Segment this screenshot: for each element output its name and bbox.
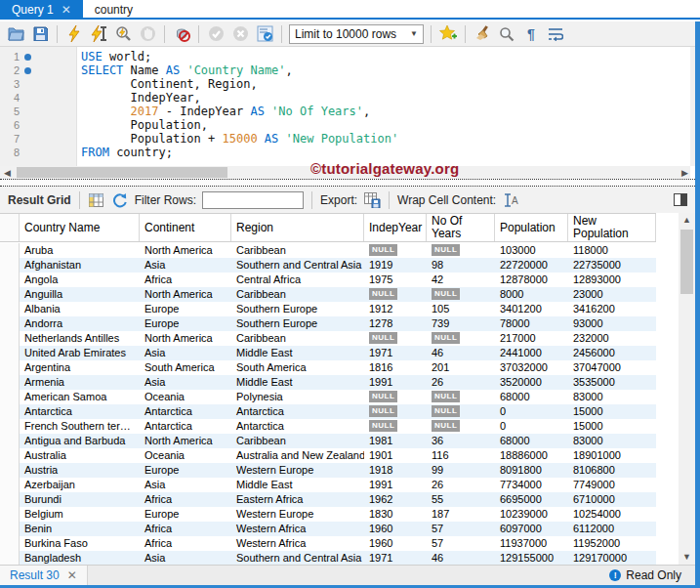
stop-icon[interactable] — [138, 24, 157, 44]
table-cell[interactable]: Europe — [140, 316, 231, 331]
table-cell[interactable]: 57 — [427, 522, 495, 536]
table-cell[interactable]: Netherlands Antilles — [20, 331, 140, 346]
table-cell[interactable]: 116 — [427, 448, 495, 463]
sql-editor[interactable]: 1USE world;2SELECT Name AS 'Country Name… — [0, 47, 690, 166]
table-cell[interactable]: 68000 — [495, 390, 568, 404]
table-cell[interactable]: 83000 — [568, 434, 656, 448]
table-cell[interactable]: 10239000 — [495, 507, 568, 522]
table-cell[interactable]: 2456000 — [568, 346, 656, 360]
tab-query-1[interactable]: Query 1✕ — [0, 0, 83, 20]
row-selector-cell[interactable] — [0, 375, 20, 390]
table-cell[interactable]: 1981 — [364, 434, 427, 448]
table-row[interactable]: AlbaniaEuropeSouthern Europe191210534012… — [0, 302, 656, 316]
table-cell[interactable]: Belgium — [20, 507, 140, 522]
table-row[interactable]: BangladeshAsiaSouthern and Central Asia1… — [0, 551, 656, 565]
table-cell[interactable]: 78000 — [495, 316, 568, 331]
table-row[interactable]: ArmeniaAsiaMiddle East199126352000035350… — [0, 375, 656, 390]
table-cell[interactable]: 11937000 — [495, 536, 568, 551]
table-cell[interactable]: Africa — [140, 536, 231, 551]
table-cell[interactable]: NULL — [364, 287, 427, 302]
table-cell[interactable]: 1830 — [364, 507, 427, 522]
table-cell[interactable]: 105 — [427, 302, 495, 316]
code-line[interactable]: 1USE world; — [0, 50, 690, 63]
column-header[interactable]: Country Name — [20, 214, 140, 241]
row-selector-cell[interactable] — [0, 302, 20, 316]
table-cell[interactable]: North America — [140, 243, 231, 258]
new-snippet-icon[interactable] — [438, 24, 458, 44]
toggle-stop-on-error-icon[interactable] — [172, 24, 191, 44]
table-cell[interactable]: 26 — [427, 478, 495, 492]
table-cell[interactable]: Western Europe — [231, 463, 364, 478]
open-script-icon[interactable] — [6, 24, 25, 44]
table-cell[interactable]: Azerbaijan — [20, 478, 140, 492]
table-cell[interactable]: NULL — [364, 390, 427, 404]
table-cell[interactable]: 23000 — [568, 287, 656, 302]
table-cell[interactable]: 3416200 — [568, 302, 656, 316]
table-cell[interactable]: Asia — [140, 551, 231, 565]
column-header[interactable]: No Of Years — [427, 214, 495, 241]
table-cell[interactable]: Afghanistan — [20, 258, 140, 273]
table-cell[interactable]: 36 — [427, 434, 495, 448]
row-limit-dropdown[interactable]: Limit to 10000 rows ▼ — [289, 24, 424, 44]
table-cell[interactable]: 201 — [427, 360, 495, 375]
table-cell[interactable]: North America — [140, 287, 231, 302]
table-cell[interactable]: 1975 — [364, 273, 427, 287]
row-selector-cell[interactable] — [0, 360, 20, 375]
table-cell[interactable]: 7734000 — [495, 478, 568, 492]
table-row[interactable]: ArubaNorth AmericaCaribbeanNULLNULL10300… — [0, 243, 656, 258]
table-cell[interactable]: Europe — [140, 302, 231, 316]
table-cell[interactable]: Europe — [140, 463, 231, 478]
table-cell[interactable]: 98 — [427, 258, 495, 273]
table-cell[interactable]: 12878000 — [495, 273, 568, 287]
table-cell[interactable]: 3401200 — [495, 302, 568, 316]
table-cell[interactable]: American Samoa — [20, 390, 140, 404]
table-cell[interactable]: Angola — [20, 273, 140, 287]
table-cell[interactable]: Middle East — [231, 478, 364, 492]
table-cell[interactable]: Austria — [20, 463, 140, 478]
code-line[interactable]: 5 2017 - IndepYear AS 'No Of Years', — [0, 105, 690, 118]
table-cell[interactable]: 232000 — [568, 331, 656, 346]
table-cell[interactable]: 26 — [427, 375, 495, 390]
table-cell[interactable]: South America — [140, 360, 231, 375]
table-cell[interactable]: Andorra — [20, 316, 140, 331]
table-cell[interactable]: North America — [140, 434, 231, 448]
table-cell[interactable]: Antarctica — [231, 404, 364, 419]
table-cell[interactable]: 6710000 — [568, 492, 656, 507]
row-selector-cell[interactable] — [0, 536, 20, 551]
wrap-cell-icon[interactable]: A — [502, 191, 519, 209]
table-cell[interactable]: Antigua and Barbuda — [20, 434, 140, 448]
table-cell[interactable]: 93000 — [568, 316, 656, 331]
code-line[interactable]: 2SELECT Name AS 'Country Name', — [0, 63, 690, 77]
table-cell[interactable]: 1278 — [364, 316, 427, 331]
execute-current-statement-icon[interactable] — [89, 24, 108, 44]
table-cell[interactable]: 11952000 — [568, 536, 656, 551]
save-script-icon[interactable] — [30, 24, 50, 44]
table-cell[interactable]: Middle East — [231, 375, 364, 390]
table-cell[interactable]: Armenia — [20, 375, 140, 390]
table-cell[interactable]: Western Europe — [231, 507, 364, 522]
table-cell[interactable]: NULL — [364, 419, 427, 434]
table-cell[interactable]: 1960 — [364, 522, 427, 536]
beautify-icon[interactable] — [473, 24, 492, 44]
table-cell[interactable]: Burkina Faso — [20, 536, 140, 551]
table-cell[interactable]: Antarctica — [140, 419, 231, 434]
table-cell[interactable]: 18901000 — [568, 448, 656, 463]
table-cell[interactable]: 8000 — [495, 287, 568, 302]
table-row[interactable]: Antigua and BarbudaNorth AmericaCaribbea… — [0, 434, 656, 448]
table-cell[interactable]: 6695000 — [495, 492, 568, 507]
table-cell[interactable]: NULL — [427, 243, 495, 258]
table-cell[interactable]: 6112000 — [568, 522, 656, 536]
table-cell[interactable]: Polynesia — [231, 390, 364, 404]
code-line[interactable]: 3 Continent, Region, — [0, 77, 690, 91]
table-cell[interactable]: 15000 — [568, 419, 656, 434]
row-selector-cell[interactable] — [0, 551, 20, 565]
table-row[interactable]: Netherlands AntillesNorth AmericaCaribbe… — [0, 331, 656, 346]
table-cell[interactable]: 1919 — [364, 258, 427, 273]
table-cell[interactable]: Caribbean — [231, 434, 364, 448]
row-selector-cell[interactable] — [0, 287, 20, 302]
table-cell[interactable]: Middle East — [231, 346, 364, 360]
table-cell[interactable]: 129170000 — [568, 551, 656, 565]
table-row[interactable]: AndorraEuropeSouthern Europe127873978000… — [0, 316, 656, 331]
table-cell[interactable]: NULL — [364, 243, 427, 258]
table-cell[interactable]: 103000 — [495, 243, 568, 258]
